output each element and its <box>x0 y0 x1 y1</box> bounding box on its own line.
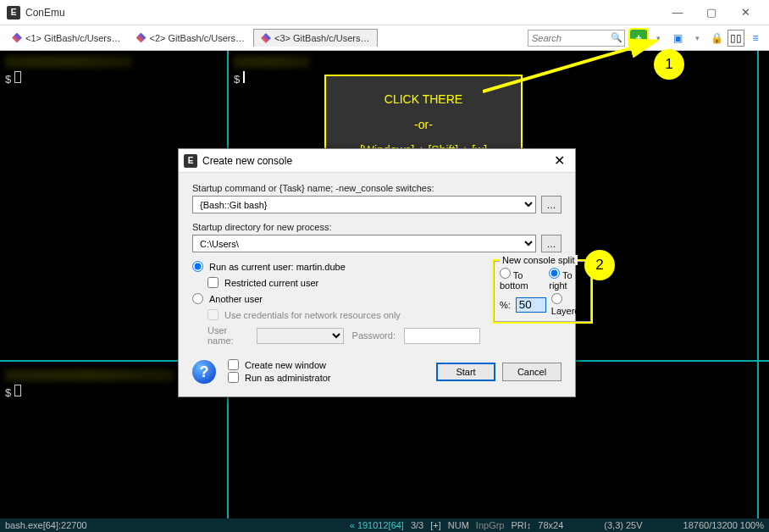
split-percent-input[interactable] <box>516 297 546 313</box>
tab-2[interactable]: <2> GitBash/c/Users… <box>130 30 252 47</box>
run-as-current-radio[interactable] <box>192 261 203 272</box>
use-creds-checkbox <box>207 309 219 320</box>
restricted-label: Restricted current user <box>224 278 318 288</box>
run-admin-checkbox[interactable] <box>228 372 239 383</box>
annotation-badge-2: 2 <box>584 250 615 280</box>
window-title: ConEmu <box>25 7 661 19</box>
prompt <box>5 386 21 399</box>
status-memory: 18760/13200 100% <box>683 520 764 530</box>
search-icon: 🔍 <box>611 32 622 43</box>
callout-line: -or- <box>414 118 433 131</box>
statusbar: bash.exe[64]:22700 « 191012[64] 3/3 [+] … <box>0 518 769 532</box>
status-build: « 191012[64] <box>350 520 404 530</box>
status-inpgrp: InpGrp <box>476 520 505 530</box>
window-controls: — ▢ ✕ <box>661 1 762 25</box>
maximize-button[interactable]: ▢ <box>694 1 728 25</box>
annotation-badge-1: 1 <box>654 49 684 80</box>
split-groupbox: New console split To bottom To right %: … <box>494 261 591 322</box>
startup-dir-label: Startup directory for new process: <box>192 222 562 232</box>
prompt <box>5 73 21 86</box>
help-icon[interactable]: ? <box>192 360 216 384</box>
split-bottom-radio[interactable] <box>500 268 511 279</box>
new-console-button[interactable]: + <box>630 30 647 47</box>
cancel-button[interactable]: Cancel <box>502 363 562 381</box>
create-console-dialog: E Create new console ✕ Startup command o… <box>178 148 576 397</box>
status-panes: 3/3 <box>411 520 423 530</box>
startup-command-browse[interactable]: … <box>541 196 562 213</box>
titlebar: E ConEmu — ▢ ✕ <box>0 0 769 25</box>
username-label: User name: <box>207 325 248 346</box>
status-num: NUM <box>448 520 469 530</box>
password-label: Password: <box>352 330 396 341</box>
new-console-dropdown[interactable]: ▾ <box>650 30 667 47</box>
close-button[interactable]: ✕ <box>728 1 762 25</box>
callout-line: CLICK THERE <box>384 92 462 106</box>
status-pri: PRI↕ <box>511 520 531 530</box>
startup-dir-browse[interactable]: … <box>541 235 562 252</box>
tab-3[interactable]: <3> GitBash/c/Users… <box>253 29 378 47</box>
password-input[interactable] <box>404 328 480 344</box>
prompt <box>234 73 245 86</box>
status-cursor: (3,3) 25V <box>604 520 642 530</box>
tab-label: <3> GitBash/c/Users… <box>274 33 370 43</box>
tab-label: <2> GitBash/c/Users… <box>150 33 246 43</box>
tabbar: <1> GitBash/c/Users… <2> GitBash/c/Users… <box>0 25 769 51</box>
new-window-checkbox[interactable] <box>228 359 239 370</box>
split-right-radio[interactable] <box>549 268 560 279</box>
tab-icon <box>136 33 147 43</box>
startup-command-select[interactable]: {Bash::Git bash} <box>192 196 536 213</box>
app-icon: E <box>7 6 20 19</box>
menu-icon[interactable]: ≡ <box>747 30 764 47</box>
startup-dir-select[interactable]: C:\Users\ <box>192 235 536 252</box>
use-creds-label: Use credentials for network resources on… <box>224 310 401 320</box>
dialog-close-button[interactable]: ✕ <box>549 152 570 169</box>
restricted-checkbox[interactable] <box>207 277 219 288</box>
layout-icon[interactable]: ▯▯ <box>728 30 744 47</box>
dialog-titlebar: E Create new console ✕ <box>179 149 575 173</box>
tab-icon <box>261 33 271 43</box>
split-percent-label: %: <box>500 300 511 310</box>
search-wrap: 🔍 <box>528 30 625 47</box>
tab-icon <box>12 33 22 43</box>
tab-label: <1> GitBash/c/Users… <box>25 33 121 43</box>
status-process: bash.exe[64]:22700 <box>5 520 87 530</box>
lock-icon[interactable]: 🔒 <box>708 30 725 47</box>
status-size: 78x24 <box>538 520 563 530</box>
startup-command-label: Startup command or {Task} name; -new_con… <box>192 183 562 193</box>
another-user-radio[interactable] <box>192 293 203 304</box>
minimize-button[interactable]: — <box>661 1 694 25</box>
split-legend: New console split <box>500 255 578 265</box>
dialog-title: Create new console <box>202 155 549 167</box>
another-user-label: Another user <box>209 294 263 304</box>
toolbar-dropdown[interactable]: ▾ <box>689 30 705 47</box>
start-button[interactable]: Start <box>436 363 495 381</box>
run-as-current-label: Run as current user: martin.dube <box>209 262 346 272</box>
username-select[interactable] <box>257 328 343 344</box>
split-layered-radio[interactable] <box>551 293 562 304</box>
toolbar-icon[interactable]: ▣ <box>669 30 686 47</box>
dialog-icon: E <box>184 154 197 168</box>
tab-1[interactable]: <1> GitBash/c/Users… <box>5 30 128 47</box>
status-plus: [+] <box>430 520 441 530</box>
